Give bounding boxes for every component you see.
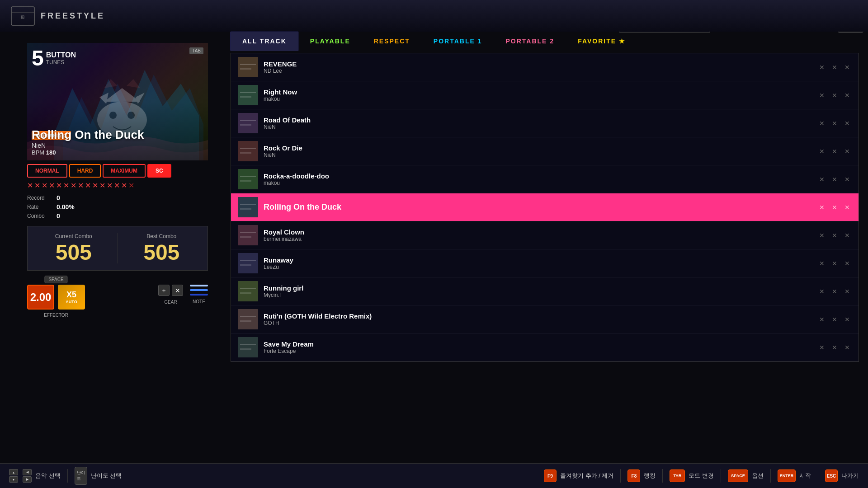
track-close-x-1[interactable]: ✕ bbox=[817, 91, 826, 100]
track-item-2[interactable]: Right Nowmakou✕✕✕ bbox=[231, 81, 859, 109]
track-close-x-1[interactable]: ✕ bbox=[817, 343, 826, 352]
svg-rect-37 bbox=[238, 225, 258, 245]
track-info: Save My DreamForte Escape bbox=[264, 340, 817, 354]
track-item-8[interactable]: RunawayLeeZu✕✕✕ bbox=[231, 249, 859, 277]
track-close-x-1[interactable]: ✕ bbox=[817, 119, 826, 128]
track-close-x-1[interactable]: ✕ bbox=[817, 63, 826, 72]
nav-f8-label: 랭킹 bbox=[644, 472, 656, 480]
tab-playable[interactable]: PLAYABLE bbox=[298, 32, 362, 51]
track-close-x-1[interactable]: ✕ bbox=[817, 203, 826, 212]
diff-hard-btn[interactable]: HARD bbox=[69, 164, 101, 178]
track-close-x-1[interactable]: ✕ bbox=[817, 287, 826, 296]
track-close-x-2[interactable]: ✕ bbox=[830, 91, 839, 100]
svg-rect-50 bbox=[240, 344, 256, 345]
track-close-x-2[interactable]: ✕ bbox=[830, 147, 839, 156]
fever-badge[interactable]: X5 AUTO bbox=[58, 285, 85, 310]
star-5: ✕ bbox=[56, 181, 62, 190]
track-item-11[interactable]: Save My DreamForte Escape✕✕✕ bbox=[231, 333, 859, 361]
mode-title: FREESTYLE bbox=[41, 11, 105, 21]
track-close-x-1[interactable]: ✕ bbox=[817, 231, 826, 240]
track-item-1[interactable]: REVENGEND Lee✕✕✕ bbox=[231, 53, 859, 81]
combo-stat-value: 0 bbox=[57, 212, 60, 220]
track-close-x-1[interactable]: ✕ bbox=[817, 147, 826, 156]
right-panel: ALL TRACK PLAYABLE RESPECT PORTABLE 1 PO… bbox=[231, 32, 859, 461]
track-close-x-3[interactable]: ✕ bbox=[843, 287, 852, 296]
track-item-5[interactable]: Rocka-a-doodle-doomakou✕✕✕ bbox=[231, 165, 859, 193]
track-thumb bbox=[238, 225, 258, 245]
tab-all-track[interactable]: ALL TRACK bbox=[231, 32, 298, 51]
track-close-x-2[interactable]: ✕ bbox=[830, 287, 839, 296]
tab-portable2[interactable]: PORTABLE 2 bbox=[494, 32, 566, 51]
speed-badge[interactable]: 2.00 bbox=[27, 285, 54, 310]
stars-row: ✕ ✕ ✕ ✕ ✕ ✕ ✕ ✕ ✕ ✕ ✕ ✕ ✕ ✕ ✕ bbox=[27, 181, 208, 190]
star-14: ✕ bbox=[121, 181, 127, 190]
track-close-x-1[interactable]: ✕ bbox=[817, 259, 826, 268]
track-close-x-3[interactable]: ✕ bbox=[843, 91, 852, 100]
speed-value: 2.00 bbox=[30, 291, 52, 304]
svg-rect-27 bbox=[240, 124, 251, 126]
tab-respect[interactable]: RESPECT bbox=[362, 32, 422, 51]
diff-normal-btn[interactable]: NORMAL bbox=[27, 164, 67, 178]
track-info: Right Nowmakou bbox=[264, 88, 817, 102]
nav-space: SPACE 옵션 bbox=[728, 469, 764, 482]
star-10: ✕ bbox=[92, 181, 98, 190]
track-actions: ✕✕✕ bbox=[817, 147, 852, 156]
track-close-x-3[interactable]: ✕ bbox=[843, 147, 852, 156]
track-item-3[interactable]: Road Of DeathNieN✕✕✕ bbox=[231, 109, 859, 137]
track-item-7[interactable]: Royal Clownbermei.inazawa✕✕✕ bbox=[231, 221, 859, 249]
track-close-x-3[interactable]: ✕ bbox=[843, 315, 852, 324]
esc-key: ESC bbox=[825, 469, 838, 482]
track-close-x-1[interactable]: ✕ bbox=[817, 175, 826, 184]
current-combo-value: 505 bbox=[34, 242, 113, 263]
track-artist: NieN bbox=[264, 124, 817, 130]
button-count: 5 bbox=[32, 47, 44, 69]
track-close-x-3[interactable]: ✕ bbox=[843, 203, 852, 212]
track-item-4[interactable]: Rock Or DieNieN✕✕✕ bbox=[231, 137, 859, 165]
track-close-x-2[interactable]: ✕ bbox=[830, 315, 839, 324]
note-section: NOTE bbox=[190, 285, 208, 304]
track-close-x-2[interactable]: ✕ bbox=[830, 343, 839, 352]
song-title-display: Rolling On the Duck bbox=[32, 128, 144, 142]
gear-cross-btn[interactable]: ✕ bbox=[172, 285, 183, 296]
star-11: ✕ bbox=[99, 181, 105, 190]
track-close-x-2[interactable]: ✕ bbox=[830, 259, 839, 268]
diff-sc-btn[interactable]: SC bbox=[147, 164, 171, 178]
track-close-x-3[interactable]: ✕ bbox=[843, 175, 852, 184]
track-close-x-2[interactable]: ✕ bbox=[830, 175, 839, 184]
track-close-x-1[interactable]: ✕ bbox=[817, 315, 826, 324]
track-name: Rolling On the Duck bbox=[264, 202, 817, 212]
track-close-x-3[interactable]: ✕ bbox=[843, 119, 852, 128]
track-name: Rocka-a-doodle-doo bbox=[264, 172, 817, 180]
gear-plus-btn[interactable]: + bbox=[158, 285, 170, 296]
track-close-x-2[interactable]: ✕ bbox=[830, 203, 839, 212]
star-2: ✕ bbox=[34, 181, 40, 190]
left-panel: 5 BUTTON TUNES TAB PORTABLE 2 Rolling On… bbox=[27, 43, 208, 220]
track-item-9[interactable]: Running girlMycin.T✕✕✕ bbox=[231, 277, 859, 305]
track-close-x-2[interactable]: ✕ bbox=[830, 63, 839, 72]
track-close-x-3[interactable]: ✕ bbox=[843, 231, 852, 240]
current-combo-label: Current Combo bbox=[34, 233, 113, 239]
track-actions: ✕✕✕ bbox=[817, 175, 852, 184]
track-artist: bermei.inazawa bbox=[264, 236, 817, 242]
tab-portable1[interactable]: PORTABLE 1 bbox=[422, 32, 494, 51]
track-close-x-2[interactable]: ✕ bbox=[830, 119, 839, 128]
star-8: ✕ bbox=[78, 181, 84, 190]
svg-rect-24 bbox=[240, 96, 251, 98]
svg-rect-41 bbox=[240, 260, 256, 261]
record-value: 0 bbox=[57, 194, 60, 202]
track-close-x-3[interactable]: ✕ bbox=[843, 63, 852, 72]
best-combo-label: Best Combo bbox=[123, 233, 201, 239]
track-close-x-2[interactable]: ✕ bbox=[830, 231, 839, 240]
star-13: ✕ bbox=[114, 181, 120, 190]
logo-icon: ⊞ bbox=[9, 5, 36, 27]
track-thumb bbox=[238, 113, 258, 133]
track-item-6[interactable]: Rolling On the Duck✕✕✕ bbox=[231, 193, 859, 221]
track-close-x-3[interactable]: ✕ bbox=[843, 343, 852, 352]
tab-favorite[interactable]: FAVORITE ★ bbox=[566, 32, 637, 51]
svg-rect-45 bbox=[240, 292, 251, 294]
note-line-3 bbox=[190, 294, 208, 296]
track-close-x-3[interactable]: ✕ bbox=[843, 259, 852, 268]
diff-maximum-btn[interactable]: MAXIMUM bbox=[103, 164, 146, 178]
track-info: RunawayLeeZu bbox=[264, 256, 817, 270]
track-item-10[interactable]: Ruti'n (GOTH Wild Electro Remix)GOTH✕✕✕ bbox=[231, 305, 859, 333]
